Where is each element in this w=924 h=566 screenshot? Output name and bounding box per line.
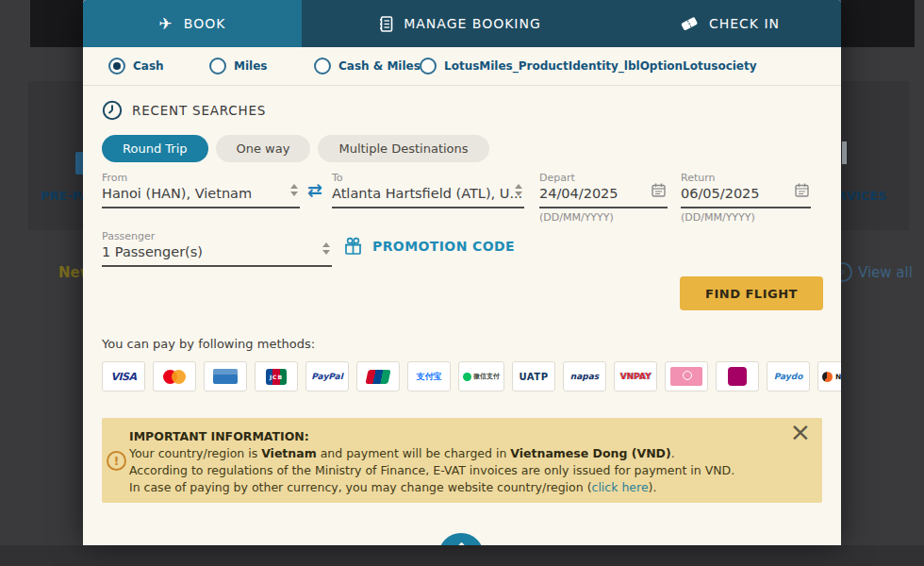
tab-check-in-label: CHECK IN	[709, 16, 780, 31]
radio-cash[interactable]: Cash	[108, 58, 209, 75]
notice-line1-suffix: .	[671, 446, 675, 460]
passenger-value[interactable]: 1 Passenger(s)	[102, 244, 332, 259]
radio-miles[interactable]: Miles	[209, 58, 314, 75]
backdrop-bottom-strip	[0, 545, 924, 566]
to-value[interactable]: Atlanta Hartsfield (ATL), U...	[332, 186, 524, 201]
swap-origin-destination-icon[interactable]: ⇄	[307, 179, 322, 200]
to-label: To	[332, 172, 524, 184]
backdrop-icon-fragment-left	[75, 152, 83, 175]
payment-momo: mo mo	[716, 361, 759, 391]
recent-searches-label: RECENT SEARCHES	[132, 103, 266, 118]
radio-lotusmiles-circle[interactable]	[420, 58, 437, 75]
calendar-icon[interactable]	[652, 183, 666, 197]
radio-cash-and-miles[interactable]: Cash & Miles	[314, 58, 420, 75]
backdrop-navbar-left	[30, 0, 83, 47]
trip-type-multiple-destinations[interactable]: Multiple Destinations	[318, 135, 488, 162]
depart-label: Depart	[539, 172, 668, 184]
to-field[interactable]: To Atlanta Hartsfield (ATL), U...	[332, 172, 524, 208]
uatp-logo: UATP	[520, 372, 549, 382]
to-underline	[332, 207, 524, 208]
payment-vnpay: VNPAY	[614, 361, 657, 391]
recent-searches[interactable]: RECENT SEARCHES	[102, 100, 266, 121]
collapse-panel-button[interactable]	[438, 533, 484, 545]
notice-country: Vietnam	[261, 446, 317, 460]
radio-cash-circle[interactable]	[108, 58, 125, 75]
notice-line1-prefix: Your country/region is	[129, 446, 261, 460]
payment-paypal: PayPal	[305, 361, 349, 391]
depart-format-hint: (DD/MM/YYYY)	[539, 211, 614, 224]
radio-miles-label: Miles	[234, 59, 267, 73]
payment-alipay: 支付宝	[407, 361, 451, 391]
click-here-link[interactable]: click here	[592, 480, 649, 494]
notice-line-2: According to regulations of the Ministry…	[129, 462, 822, 479]
radio-cash-and-miles-circle[interactable]	[314, 58, 331, 75]
passenger-field[interactable]: Passenger 1 Passenger(s)	[102, 230, 332, 267]
trip-type-selector: Round Trip One way Multiple Destinations	[102, 135, 489, 162]
passenger-label: Passenger	[102, 230, 332, 242]
return-underline	[681, 207, 811, 208]
find-flight-button[interactable]: FIND FLIGHT	[680, 276, 823, 310]
return-label: Return	[681, 172, 811, 184]
nganluong-logo: NgânLượng.vn	[822, 372, 841, 382]
radio-miles-circle[interactable]	[209, 58, 226, 75]
mastercard-logo	[163, 370, 186, 384]
paypal-logo: PayPal	[311, 372, 343, 381]
depart-value[interactable]: 24/04/2025	[539, 186, 668, 201]
notice-line3-prefix: In case of paying by other currency, you…	[129, 480, 592, 494]
from-value[interactable]: Hanoi (HAN), Vietnam	[102, 186, 300, 201]
clock-icon	[102, 100, 123, 121]
payment-jcb: JCB	[255, 361, 298, 391]
payment-unionpay	[356, 361, 400, 391]
radio-cash-and-miles-label: Cash & Miles	[338, 59, 421, 73]
close-icon[interactable]: ×	[789, 418, 811, 446]
vnpay-logo: VNPAY	[620, 372, 652, 381]
return-field[interactable]: Return 06/05/2025	[681, 172, 811, 208]
booklet-icon	[379, 16, 393, 32]
pay-by-options-row: Cash Miles Cash & Miles LotusMiles_Produ…	[83, 47, 841, 86]
calendar-icon[interactable]	[795, 183, 809, 197]
momo-logo: mo mo	[728, 367, 747, 386]
tab-book-label: BOOK	[184, 16, 226, 31]
airplane-icon: ✈	[159, 16, 173, 32]
return-value[interactable]: 06/05/2025	[681, 186, 811, 201]
trip-type-round-trip[interactable]: Round Trip	[102, 135, 208, 162]
warning-icon: !	[107, 451, 126, 471]
passenger-spinner-icon[interactable]	[322, 242, 330, 255]
tab-check-in[interactable]: CHECK IN	[619, 0, 841, 47]
page: PRE-PAID RVICES News: › View all ✈ BOOK …	[0, 0, 924, 566]
lotus-logo	[670, 367, 702, 386]
radio-cash-label: Cash	[133, 59, 164, 73]
trip-type-one-way[interactable]: One way	[216, 135, 311, 162]
wechatpay-logo: 微信支付	[463, 372, 500, 381]
backdrop-card-right	[841, 81, 909, 230]
ticket-icon	[680, 15, 699, 32]
amex-logo	[213, 369, 238, 384]
notice-currency: Vietnamese Dong (VND)	[510, 446, 670, 460]
notice-title: IMPORTANT INFORMATION:	[129, 428, 822, 445]
notice-text: IMPORTANT INFORMATION: Your country/regi…	[129, 418, 822, 496]
to-spinner-icon[interactable]	[515, 184, 522, 196]
promotion-code-link[interactable]: PROMOTION CODE	[343, 237, 515, 256]
visa-logo: VISA	[110, 371, 136, 383]
passenger-underline	[102, 265, 332, 267]
tab-manage-booking[interactable]: MANAGE BOOKING	[302, 0, 619, 47]
payment-wechatpay: 微信支付	[458, 361, 504, 391]
depart-field[interactable]: Depart 24/04/2025	[539, 172, 668, 208]
payment-napas: napas	[563, 361, 606, 391]
payment-methods-heading: You can pay by following methods:	[102, 337, 315, 351]
backdrop-icon-fragment-right	[842, 142, 847, 164]
promotion-code-label: PROMOTION CODE	[372, 239, 515, 254]
depart-underline	[539, 207, 668, 208]
booking-widget-panel: ✈ BOOK MANAGE BOOKING CHECK IN Cash	[83, 0, 841, 545]
payment-mastercard	[153, 361, 196, 391]
notice-line-1: Your country/region is Vietnam and payme…	[129, 445, 822, 462]
view-all-label: View all	[858, 264, 913, 281]
tab-bar: ✈ BOOK MANAGE BOOKING CHECK IN	[83, 0, 841, 47]
radio-lotusmiles[interactable]: LotusMiles_ProductIdentity_lblOptionLotu…	[420, 58, 757, 75]
from-field[interactable]: From Hanoi (HAN), Vietnam	[102, 172, 300, 208]
tab-book[interactable]: ✈ BOOK	[83, 0, 302, 47]
gift-icon	[343, 237, 363, 256]
notice-line1-mid: and payment will be charged in	[317, 446, 511, 460]
from-spinner-icon[interactable]	[290, 184, 298, 196]
payment-nganluong: NgânLượng.vn	[817, 361, 841, 391]
